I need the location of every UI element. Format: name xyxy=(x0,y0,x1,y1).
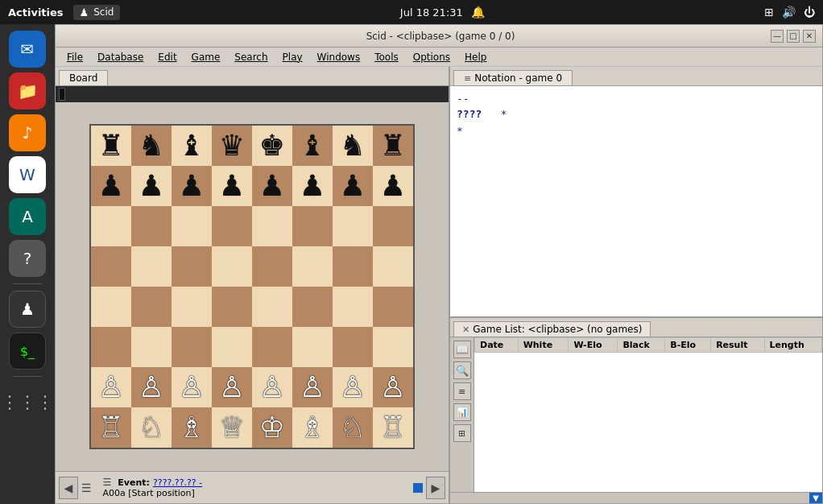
chess-cell: ♙ xyxy=(333,367,373,407)
content-area: Board ♜♞♝♛♚♝♞♜♟♟♟♟♟♟♟♟♙♙♙♙♙♙♙♙♖♘♗♕♔♗♘♖ ◀… xyxy=(56,67,822,503)
menu-tools[interactable]: Tools xyxy=(368,50,405,64)
chess-cell: ♙ xyxy=(131,367,172,407)
menu-options[interactable]: Options xyxy=(407,50,457,64)
sidebar-zoom-btn[interactable]: 🔍 xyxy=(453,361,471,379)
chess-piece: ♖ xyxy=(98,413,124,442)
menu-play[interactable]: Play xyxy=(276,50,309,64)
notation-tab-icon: ≡ xyxy=(464,73,471,84)
chess-cell xyxy=(131,206,172,246)
sidebar-filter-btn[interactable]: ≡ xyxy=(453,382,471,400)
dock-icon-mail[interactable]: ✉ xyxy=(9,31,46,68)
eco-value: A00a [Start position] xyxy=(103,488,195,498)
gamelist-table-area[interactable]: Date White W-Elo Black B-Elo Result Leng… xyxy=(474,337,822,492)
chess-cell xyxy=(91,287,131,327)
menu-game[interactable]: Game xyxy=(185,50,227,64)
chess-piece: ♟ xyxy=(219,171,245,200)
chess-cell: ♙ xyxy=(212,367,252,407)
activities-button[interactable]: Activities xyxy=(8,6,64,19)
chess-cell xyxy=(373,246,413,287)
prev-button[interactable]: ◀ xyxy=(59,477,78,499)
chess-cell: ♟ xyxy=(292,166,333,206)
maximize-button[interactable]: □ xyxy=(787,30,800,43)
notation-line3: * xyxy=(457,125,816,137)
gamelist-tab-label: Game List: <clipbase> (no games) xyxy=(473,324,642,335)
board-tab[interactable]: Board xyxy=(59,70,108,85)
col-black[interactable]: Black xyxy=(618,338,665,353)
board-panel: Board ♜♞♝♛♚♝♞♜♟♟♟♟♟♟♟♟♙♙♙♙♙♙♙♙♖♘♗♕♔♗♘♖ ◀… xyxy=(56,67,450,503)
dock-icon-scid[interactable]: ♟ xyxy=(9,291,46,328)
chess-cell xyxy=(252,206,292,246)
main-window: Scid - <clipbase> (game 0 / 0) — □ ✕ Fil… xyxy=(55,24,823,504)
notation-tab[interactable]: ≡ Notation - game 0 xyxy=(453,70,573,85)
power-icon[interactable]: ⏻ xyxy=(804,6,815,19)
chess-piece: ♞ xyxy=(139,131,164,160)
chess-piece: ♟ xyxy=(179,171,205,200)
chess-piece: ♝ xyxy=(300,131,325,160)
chess-cell xyxy=(292,206,333,246)
notation-star2: * xyxy=(457,125,463,137)
chess-cell: ♞ xyxy=(333,126,373,166)
scid-window-icon: ♟ xyxy=(80,6,89,19)
taskbar-datetime: Jul 18 21:31 xyxy=(400,6,463,19)
next-button[interactable]: ▶ xyxy=(426,477,445,499)
sidebar-chart-btn[interactable]: 📊 xyxy=(453,403,471,421)
dock-icon-writer[interactable]: W xyxy=(9,156,46,193)
volume-icon[interactable]: 🔊 xyxy=(782,6,796,19)
dock-icon-music[interactable]: ♪ xyxy=(9,114,46,151)
menu-file[interactable]: File xyxy=(60,50,89,64)
col-w-elo[interactable]: W-Elo xyxy=(569,338,618,353)
chess-piece: ♟ xyxy=(300,171,325,200)
minimize-button[interactable]: — xyxy=(771,30,784,43)
notification-icon[interactable]: 🔔 xyxy=(471,6,485,19)
chess-cell xyxy=(212,327,252,367)
gamelist-close-icon[interactable]: ✕ xyxy=(462,324,469,335)
menu-search[interactable]: Search xyxy=(228,50,274,64)
col-result[interactable]: Result xyxy=(711,338,764,353)
notation-content[interactable]: -- ???? * * xyxy=(450,86,822,316)
event-value[interactable]: ????.??.?? - xyxy=(153,477,202,488)
horizontal-scrollbar[interactable]: ▼ xyxy=(450,492,822,503)
chess-cell xyxy=(292,327,333,367)
scid-taskbar-item[interactable]: ♟ Scid xyxy=(73,5,121,20)
chess-cell xyxy=(131,287,172,327)
dock-icon-files[interactable]: 📁 xyxy=(9,72,46,109)
dock-icon-terminal[interactable]: $_ xyxy=(9,333,46,370)
chess-cell xyxy=(91,246,131,287)
chess-cell: ♘ xyxy=(333,407,373,448)
board-tab-bar: Board xyxy=(56,67,449,86)
sidebar-book-btn[interactable]: 📖 xyxy=(453,341,471,358)
dock-icon-appstore[interactable]: A xyxy=(9,198,46,235)
chess-piece: ♙ xyxy=(98,373,124,402)
chess-cell xyxy=(172,206,212,246)
chess-cell xyxy=(172,327,212,367)
event-label: Event: xyxy=(118,477,150,488)
menu-help[interactable]: Help xyxy=(458,50,493,64)
chess-cell: ♙ xyxy=(373,367,413,407)
chess-cell: ♟ xyxy=(252,166,292,206)
chess-piece: ♟ xyxy=(259,171,285,200)
col-date[interactable]: Date xyxy=(475,338,519,353)
chess-board: ♜♞♝♛♚♝♞♜♟♟♟♟♟♟♟♟♙♙♙♙♙♙♙♙♖♘♗♕♔♗♘♖ xyxy=(89,124,415,449)
dock-apps-button[interactable]: ⋮⋮⋮ xyxy=(9,383,46,420)
col-white[interactable]: White xyxy=(518,338,569,353)
menu-windows[interactable]: Windows xyxy=(311,50,367,64)
dock-icon-help[interactable]: ? xyxy=(9,240,46,277)
network-icon[interactable]: ⊞ xyxy=(764,6,774,19)
chess-cell: ♘ xyxy=(131,407,172,448)
sidebar-board-btn[interactable]: ⊞ xyxy=(453,424,471,442)
col-b-elo[interactable]: B-Elo xyxy=(665,338,711,353)
scid-taskbar-label: Scid xyxy=(93,6,114,18)
close-button[interactable]: ✕ xyxy=(803,30,816,43)
event-line1: ☰ Event: ????.??.?? - xyxy=(103,477,405,488)
chess-cell xyxy=(212,287,252,327)
chess-cell xyxy=(252,327,292,367)
menu-edit[interactable]: Edit xyxy=(151,50,183,64)
scroll-indicator[interactable]: ▼ xyxy=(809,493,822,504)
chess-piece: ♙ xyxy=(219,373,245,402)
chess-cell xyxy=(373,287,413,327)
chess-cell: ♖ xyxy=(91,407,131,448)
menu-database[interactable]: Database xyxy=(91,50,150,64)
chess-cell: ♟ xyxy=(131,166,172,206)
gamelist-tab[interactable]: ✕ Game List: <clipbase> (no games) xyxy=(453,321,651,337)
col-length[interactable]: Length xyxy=(764,338,821,353)
